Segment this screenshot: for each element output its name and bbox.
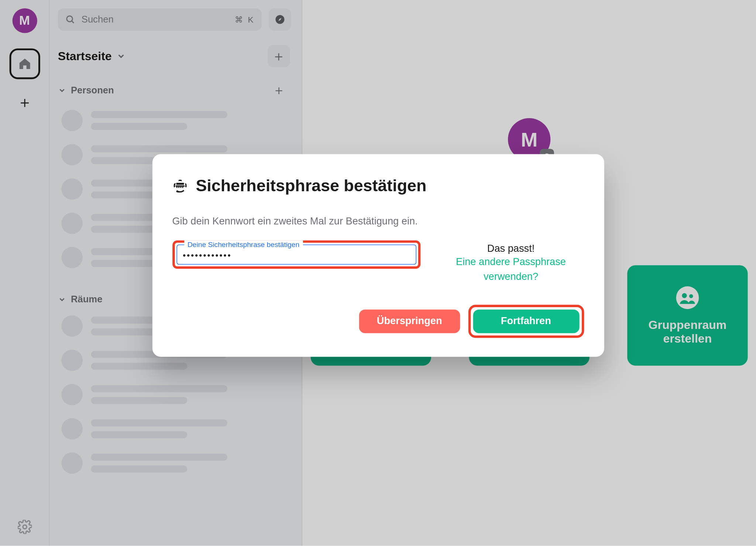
use-different-passphrase-link[interactable]: Eine andere Passphrase verwenden? [438,254,584,285]
continue-button[interactable]: Fortfahren [473,309,579,333]
passphrase-field-highlight: Deine Sicherheitsphrase bestätigen [172,240,420,269]
dialog-instruction: Gib dein Kennwort ein zweites Mal zur Be… [172,216,584,227]
security-phrase-dialog: Sicherheitsphrase bestätigen Gib dein Ke… [152,154,604,357]
skip-button[interactable]: Überspringen [359,309,460,333]
field-label: Deine Sicherheitsphrase bestätigen [184,240,303,248]
continue-button-highlight: Fortfahren [468,305,584,338]
svg-point-14 [182,186,183,188]
svg-point-13 [180,186,181,188]
status-match: Das passt! [438,243,584,254]
modal-overlay: Sicherheitsphrase bestätigen Gib dein Ke… [0,0,756,546]
svg-point-11 [176,186,177,188]
shield-key-icon [172,178,188,194]
svg-point-12 [178,186,179,188]
dialog-title: Sicherheitsphrase bestätigen [196,176,426,195]
